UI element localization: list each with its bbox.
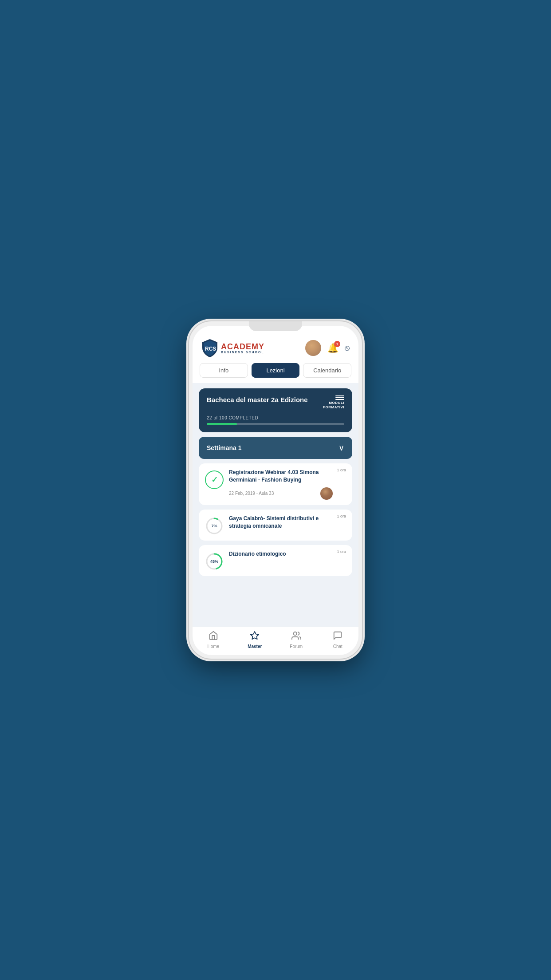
bottom-nav: Home Master — [193, 627, 358, 655]
chevron-down-icon: ∨ — [338, 443, 344, 453]
phone-shell: RCS ACADEMY BUSINESS SCHOOL 🔔 1 ⎋ — [189, 321, 362, 659]
nav-home[interactable]: Home — [193, 631, 234, 649]
home-icon — [209, 631, 218, 643]
tab-lezioni[interactable]: Lezioni — [252, 363, 300, 378]
lesson-info-2: Gaya Calabrò- Sistemi distributivi e str… — [229, 515, 346, 533]
avatar[interactable] — [305, 340, 321, 356]
nav-home-label: Home — [207, 644, 219, 649]
moduli-label: MODULIFORMATIVI — [323, 401, 344, 409]
lesson-status-icon-1: ✓ — [205, 470, 224, 489]
lesson-card-2[interactable]: 1 ora 7% Gaya Calabrò- Sistemi distribut… — [199, 510, 352, 541]
week-dropdown[interactable]: Settimana 1 ∨ — [199, 437, 352, 459]
screen: RCS ACADEMY BUSINESS SCHOOL 🔔 1 ⎋ — [193, 326, 358, 655]
tab-calendario[interactable]: Calendario — [303, 363, 351, 378]
avatar-image — [305, 340, 321, 356]
progress-title: Bacheca del master 2a Edizione — [207, 395, 308, 404]
nav-forum[interactable]: Forum — [276, 631, 317, 649]
forum-icon — [291, 631, 301, 643]
progress-bar-fill — [207, 423, 237, 425]
week-label: Settimana 1 — [207, 444, 242, 451]
moduli-button[interactable]: MODULIFORMATIVI — [323, 395, 344, 409]
lesson-status-icon-3: 45% — [205, 552, 224, 571]
svg-marker-5 — [251, 632, 259, 639]
notification-bell[interactable]: 🔔 1 — [327, 343, 338, 353]
lesson-status-icon-2: 7% — [205, 517, 224, 535]
moduli-icon — [335, 395, 344, 400]
chat-icon — [333, 631, 342, 643]
nav-forum-label: Forum — [290, 644, 303, 649]
logo-text: ACADEMY BUSINESS SCHOOL — [221, 343, 264, 354]
duration-badge-3: 1 ora — [337, 549, 346, 554]
lesson-card-1[interactable]: 1 ora ✓ Registrazione Webinar 4.03 Simon… — [199, 463, 352, 505]
progress-bar-background — [207, 423, 344, 425]
master-icon — [250, 631, 260, 643]
academy-label: ACADEMY — [221, 343, 264, 351]
main-content: Bacheca del master 2a Edizione MODULIFOR… — [193, 383, 358, 627]
logout-icon[interactable]: ⎋ — [345, 344, 350, 353]
nav-chat-label: Chat — [333, 644, 342, 649]
tab-info[interactable]: Info — [200, 363, 248, 378]
checkmark-icon: ✓ — [211, 475, 218, 485]
lesson-info-1: Registrazione Webinar 4.03 Simona Germin… — [229, 469, 346, 500]
notification-badge: 1 — [334, 341, 340, 347]
lesson-info-3: Dizionario etimologico — [229, 550, 346, 561]
header-actions: 🔔 1 ⎋ — [305, 340, 350, 356]
svg-text:RCS: RCS — [205, 346, 216, 352]
logo-shield-icon: RCS — [201, 338, 218, 358]
header: RCS ACADEMY BUSINESS SCHOOL 🔔 1 ⎋ — [193, 326, 358, 363]
nav-master[interactable]: Master — [234, 631, 276, 649]
lesson-title-1: Registrazione Webinar 4.03 Simona Germin… — [229, 469, 333, 484]
business-school-label: BUSINESS SCHOOL — [221, 351, 264, 354]
progress-card: Bacheca del master 2a Edizione MODULIFOR… — [199, 388, 352, 432]
svg-point-7 — [293, 632, 296, 635]
lesson-card-3[interactable]: 1 ora 45% Dizionario etimologico — [199, 545, 352, 576]
lesson-meta-1: 22 Feb, 2019 - Aula 33 — [229, 487, 333, 500]
tab-bar: Info Lezioni Calendario — [193, 363, 358, 383]
lesson-title-3: Dizionario etimologico — [229, 550, 333, 558]
lesson-date-1: 22 Feb, 2019 - Aula 33 — [229, 491, 274, 496]
progress-percent-2: 7% — [205, 517, 224, 535]
notch — [249, 321, 302, 331]
duration-badge-2: 1 ora — [337, 514, 346, 518]
duration-badge-1: 1 ora — [337, 468, 346, 472]
progress-info: 22 of 100 COMPLETED — [207, 415, 344, 420]
progress-percent-3: 45% — [205, 552, 224, 571]
progress-card-header: Bacheca del master 2a Edizione MODULIFOR… — [207, 395, 344, 409]
lesson-title-2: Gaya Calabrò- Sistemi distributivi e str… — [229, 515, 333, 530]
logo: RCS ACADEMY BUSINESS SCHOOL — [201, 338, 264, 358]
teacher-avatar-1 — [320, 487, 333, 500]
nav-master-label: Master — [248, 644, 262, 649]
nav-chat[interactable]: Chat — [317, 631, 359, 649]
